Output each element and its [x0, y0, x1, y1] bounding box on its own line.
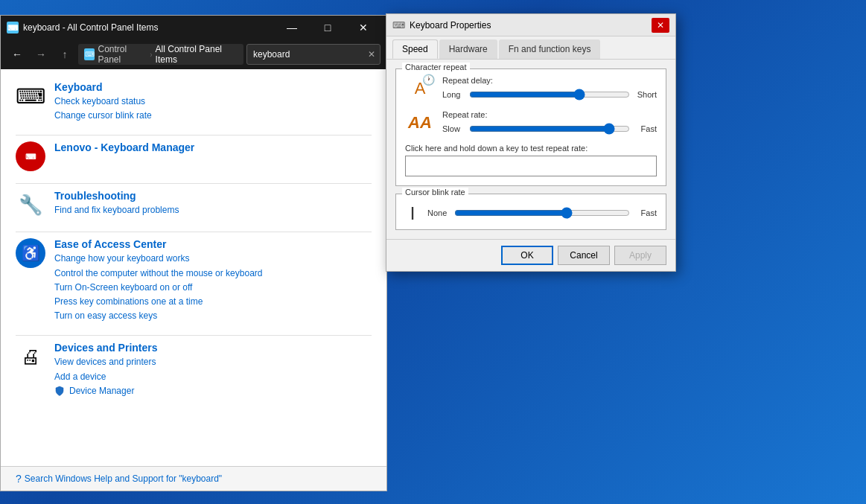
- devices-section-content: Devices and Printers View devices and pr…: [54, 342, 372, 398]
- tab-speed[interactable]: Speed: [392, 39, 438, 59]
- ease-title-link[interactable]: Ease of Access Center: [54, 238, 372, 250]
- breadcrumb-current: All Control Panel Items: [156, 44, 238, 65]
- search-bar[interactable]: ✕: [246, 44, 381, 65]
- troubleshooting-section: 🔧 Troubleshooting Find and fix keyboard …: [16, 190, 372, 220]
- repeat-rate-slider-group: Repeat rate: Slow Fast: [442, 110, 657, 136]
- lenovo-section-icon: ⌨: [16, 141, 45, 171]
- troubleshooting-section-icon: 🔧: [16, 190, 45, 220]
- devices-section-icon: 🖨: [16, 342, 45, 371]
- repeat-delay-slider[interactable]: [469, 87, 630, 102]
- test-input-label: Click here and hold down a key to test r…: [405, 144, 657, 153]
- cp-content: ⌨ Keyboard Check keyboard status Change …: [1, 69, 386, 466]
- cursor-none-label: None: [427, 208, 450, 217]
- lenovo-icon: ⌨: [16, 141, 45, 171]
- search-input[interactable]: [253, 49, 365, 60]
- repeat-delay-icon-area: A 🕐: [405, 75, 435, 102]
- cp-minimize-btn[interactable]: —: [275, 16, 309, 39]
- repeat-delay-slider-row: Long Short: [442, 87, 657, 102]
- ease-link-4[interactable]: Turn on easy access keys: [54, 309, 372, 323]
- cursor-blink-row: | None Fast: [405, 205, 657, 220]
- cp-bottom-bar: ? Search Windows Help and Support for "k…: [1, 466, 386, 491]
- ease-link-2[interactable]: Turn On-Screen keyboard on or off: [54, 281, 372, 295]
- cursor-blink-section: Cursor blink rate | None Fast: [395, 194, 666, 230]
- cancel-button[interactable]: Cancel: [558, 246, 610, 265]
- change-cursor-blink-link[interactable]: Change cursor blink rate: [54, 109, 372, 123]
- divider-3: [16, 232, 372, 232]
- character-repeat-section: Character repeat A 🕐 Repeat delay: Long …: [395, 68, 666, 186]
- keyboard-properties-dialog: ⌨ Keyboard Properties ✕ Speed Hardware F…: [386, 13, 676, 272]
- tab-hardware[interactable]: Hardware: [439, 39, 497, 59]
- cp-window-icon: ⌨: [7, 22, 19, 34]
- repeat-delay-short-label: Short: [634, 90, 657, 99]
- lenovo-title-link[interactable]: Lenovo - Keyboard Manager: [54, 141, 372, 153]
- divider-1: [16, 135, 372, 135]
- add-device-link[interactable]: Add a device: [54, 370, 372, 384]
- control-panel-window: ⌨ keyboard - All Control Panel Items — □…: [0, 15, 387, 491]
- cursor-blink-slider[interactable]: [454, 205, 630, 220]
- help-icon: ?: [16, 473, 22, 485]
- repeat-rate-slow-label: Slow: [442, 124, 465, 133]
- repeat-delay-row: A 🕐 Repeat delay: Long Short: [405, 75, 657, 102]
- lenovo-section: ⌨ Lenovo - Keyboard Manager: [16, 141, 372, 171]
- divider-4: [16, 335, 372, 336]
- help-text[interactable]: Search Windows Help and Support for "key…: [25, 473, 222, 484]
- dialog-titlebar: ⌨ Keyboard Properties ✕: [386, 14, 675, 36]
- dialog-body: Character repeat A 🕐 Repeat delay: Long …: [386, 60, 675, 239]
- device-manager-link[interactable]: Device Manager: [69, 384, 134, 398]
- ease-link-3[interactable]: Press key combinations one at a time: [54, 295, 372, 309]
- check-keyboard-status-link[interactable]: Check keyboard status: [54, 95, 372, 109]
- forward-button[interactable]: →: [31, 44, 51, 65]
- back-button[interactable]: ←: [7, 44, 28, 65]
- dialog-title-text: Keyboard Properties: [410, 20, 647, 31]
- repeat-rate-slider[interactable]: [469, 121, 630, 136]
- repeat-rate-slider-row: Slow Fast: [442, 121, 657, 136]
- troubleshooting-title-link[interactable]: Troubleshooting: [54, 190, 372, 202]
- cp-maximize-btn[interactable]: □: [311, 16, 345, 39]
- ease-section-icon: ♿: [16, 238, 45, 268]
- dialog-close-btn[interactable]: ✕: [652, 18, 669, 33]
- ok-button[interactable]: OK: [501, 246, 553, 265]
- repeat-rate-fast-label: Fast: [634, 124, 657, 133]
- find-fix-keyboard-link[interactable]: Find and fix keyboard problems: [54, 203, 372, 217]
- dialog-footer: OK Cancel Apply: [386, 239, 675, 271]
- breadcrumb-sep1: ›: [150, 51, 152, 59]
- ease-section: ♿ Ease of Access Center Change how your …: [16, 238, 372, 323]
- ease-link-0[interactable]: Change how your keyboard works: [54, 252, 372, 266]
- test-input-field[interactable]: [405, 156, 657, 176]
- dialog-tabs: Speed Hardware Fn and function keys: [386, 36, 675, 60]
- view-devices-link[interactable]: View devices and printers: [54, 355, 372, 369]
- up-button[interactable]: ↑: [54, 44, 75, 65]
- cp-close-btn[interactable]: ✕: [346, 16, 381, 39]
- shield-icon: [54, 386, 65, 396]
- tab-fn-keys[interactable]: Fn and function keys: [499, 39, 601, 59]
- test-area: Click here and hold down a key to test r…: [405, 144, 657, 176]
- cursor-blink-preview: |: [405, 205, 420, 220]
- lenovo-section-content: Lenovo - Keyboard Manager: [54, 141, 372, 155]
- devices-title-link[interactable]: Devices and Printers: [54, 342, 372, 354]
- keyboard-section-content: Keyboard Check keyboard status Change cu…: [54, 81, 372, 123]
- ease-link-1[interactable]: Control the computer without the mouse o…: [54, 267, 372, 281]
- cp-titlebar: ⌨ keyboard - All Control Panel Items — □…: [1, 16, 386, 39]
- cursor-blink-slider-group: None Fast: [427, 205, 657, 220]
- breadcrumb-part1[interactable]: Control Panel: [98, 44, 147, 65]
- cursor-fast-label: Fast: [634, 208, 657, 217]
- breadcrumb-icon: ⌨: [84, 48, 95, 60]
- cp-window-title: keyboard - All Control Panel Items: [23, 22, 275, 33]
- repeat-rate-label: Repeat rate:: [442, 110, 657, 119]
- cursor-blink-legend: Cursor blink rate: [402, 188, 468, 197]
- repeat-rate-row: AA Repeat rate: Slow Fast: [405, 109, 657, 136]
- character-repeat-legend: Character repeat: [402, 63, 470, 71]
- help-link[interactable]: ? Search Windows Help and Support for "k…: [16, 473, 372, 485]
- device-manager-row: Device Manager: [54, 384, 372, 398]
- keyboard-title-link[interactable]: Keyboard: [54, 81, 372, 93]
- cp-titlebar-buttons: — □ ✕: [275, 16, 381, 39]
- repeat-rate-icon-area: AA: [405, 109, 435, 136]
- ease-section-content: Ease of Access Center Change how your ke…: [54, 238, 372, 323]
- repeat-delay-label: Repeat delay:: [442, 76, 657, 85]
- apply-button[interactable]: Apply: [614, 246, 666, 265]
- divider-2: [16, 183, 372, 184]
- keyboard-section: ⌨ Keyboard Check keyboard status Change …: [16, 81, 372, 123]
- search-clear-icon[interactable]: ✕: [368, 49, 375, 60]
- dialog-title-icon: ⌨: [392, 20, 405, 31]
- devices-section: 🖨 Devices and Printers View devices and …: [16, 342, 372, 398]
